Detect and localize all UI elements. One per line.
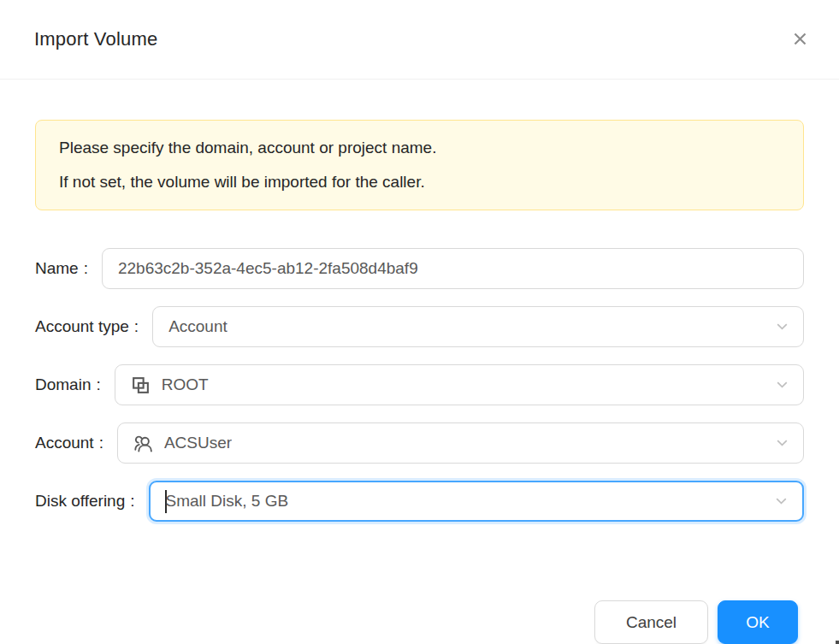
warning-alert: Please specify the domain, account or pr… — [35, 120, 804, 210]
name-input[interactable] — [102, 248, 804, 289]
cancel-button[interactable]: Cancel — [594, 600, 708, 644]
name-label: Name: — [35, 259, 102, 278]
team-icon — [133, 434, 153, 453]
account-select[interactable]: ACSUser — [117, 422, 804, 464]
chevron-down-icon — [774, 377, 790, 393]
disk-offering-value: Small Disk, 5 GB — [166, 492, 289, 511]
modal-body: Please specify the domain, account or pr… — [0, 80, 839, 562]
disk-offering-label: Disk offering: — [35, 492, 149, 511]
form-row-disk-offering: Disk offering: Small Disk, 5 GB — [35, 481, 804, 522]
label-colon: : — [96, 375, 100, 394]
domain-label: Domain: — [35, 375, 115, 394]
account-value: ACSUser — [164, 434, 232, 452]
chevron-down-icon — [773, 493, 789, 510]
chevron-down-icon — [774, 435, 790, 452]
form-row-account: Account: ACSUser — [35, 422, 804, 464]
chevron-down-icon — [774, 319, 790, 335]
label-colon: : — [130, 492, 134, 511]
label-colon: : — [134, 317, 139, 336]
form-row-name: Name: — [35, 248, 804, 289]
disk-offering-select[interactable]: Small Disk, 5 GB — [149, 481, 804, 522]
alert-line-2: If not set, the volume will be imported … — [59, 165, 780, 199]
close-icon — [789, 28, 811, 50]
block-icon — [131, 375, 151, 395]
account-type-label-text: Account type — [35, 317, 129, 336]
form-row-domain: Domain: ROOT — [35, 364, 804, 405]
disk-offering-label-text: Disk offering — [35, 492, 125, 511]
account-label-text: Account — [35, 434, 94, 452]
domain-value: ROOT — [162, 375, 209, 394]
label-colon: : — [99, 434, 103, 452]
alert-line-1: Please specify the domain, account or pr… — [59, 131, 780, 165]
ok-button[interactable]: OK — [718, 600, 798, 644]
account-type-value: Account — [168, 317, 227, 336]
account-type-label: Account type: — [35, 317, 152, 336]
name-label-text: Name — [35, 259, 79, 278]
account-label: Account: — [35, 434, 117, 452]
modal-title: Import Volume — [34, 28, 157, 50]
form-row-account-type: Account type: Account — [35, 306, 804, 347]
page-corner-artifact — [836, 641, 839, 644]
domain-label-text: Domain — [35, 375, 91, 394]
modal-header: Import Volume — [0, 0, 839, 80]
close-button[interactable] — [783, 22, 816, 55]
modal-footer: Cancel OK — [0, 562, 839, 644]
domain-select[interactable]: ROOT — [115, 364, 804, 405]
account-type-select[interactable]: Account — [152, 306, 804, 347]
import-volume-modal: Import Volume Please specify the domain,… — [0, 0, 839, 644]
label-colon: : — [84, 259, 88, 278]
